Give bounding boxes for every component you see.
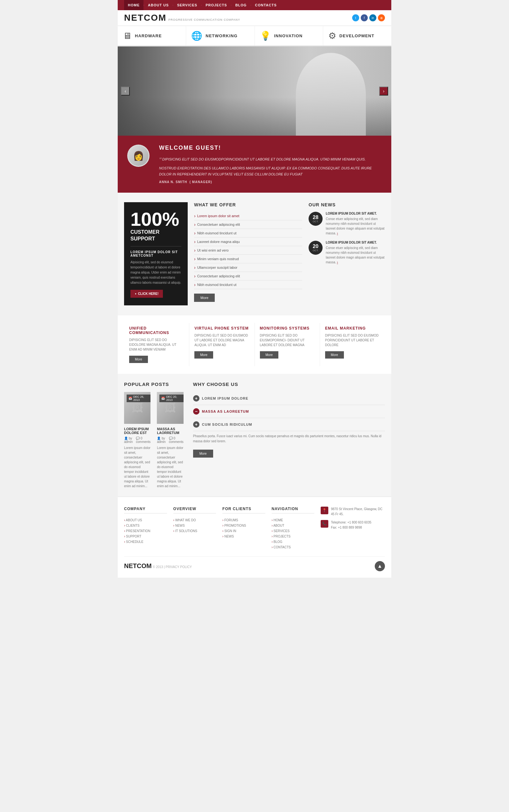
innovation-icon: 💡 [260, 31, 271, 41]
nav-item-blog[interactable]: BLOG [232, 0, 251, 10]
nav-item-services[interactable]: SERVICES [173, 0, 201, 10]
contact-phone: 📞 Telephone: +1 800 603 6035Fax: +1 800 … [321, 520, 385, 530]
post-date: DEC 26, 2013 [133, 395, 148, 402]
hero-next-button[interactable]: › [379, 87, 388, 96]
main-content-area: 100% CUSTOMER SUPPORT LOREM IPSUM DOLOR … [118, 193, 391, 315]
nav-item-projects[interactable]: PROJECTS [202, 0, 231, 10]
footer-link[interactable]: HOME [272, 518, 315, 523]
offer-item[interactable]: Lorem ipsum dolor sit amet [194, 212, 302, 220]
hardware-label: HARDWARE [135, 33, 162, 38]
why-label: MASSA AS LAOREETUM [202, 409, 249, 413]
footer-link[interactable]: IT SOLUTIONS [173, 528, 216, 534]
news-item: 20 OCT. LOREM IPSUM DOLOR SIT AMET. Cons… [309, 241, 385, 264]
nav-item-home[interactable]: HOME [124, 0, 143, 10]
service-item: MONITORING SYSTEMS DIPISICING ELIT SED D… [255, 323, 320, 366]
calendar-icon: 📅 [129, 397, 132, 400]
news-link[interactable]: › [337, 260, 338, 264]
offer-item: Consectetuer adipiscing elit [194, 272, 302, 281]
footer-link[interactable]: ABOUT [272, 523, 315, 528]
service-more-button[interactable]: More [129, 356, 148, 363]
footer-link[interactable]: NEWS [223, 534, 265, 539]
footer-link[interactable]: FORUMS [223, 518, 265, 523]
hero-prev-button[interactable]: ‹ [121, 87, 130, 96]
footer-link[interactable]: SIGN IN [223, 528, 265, 534]
footer-link[interactable]: PROMOTIONS [223, 523, 265, 528]
footer-link[interactable]: SERVICES [272, 528, 315, 534]
offer-item: Consectetuer adipiscing elit [194, 220, 302, 229]
top-navigation[interactable]: HOME•ABOUT US•SERVICES•PROJECTS•BLOG•CON… [118, 0, 391, 10]
post-meta: 👤 by admin 💬 0 comments [124, 437, 150, 444]
footer-column: NAVIGATIONHOMEABOUTSERVICESPROJECTSBLOGC… [272, 507, 315, 550]
site-footer: COMPANYABOUT USCLIENTSPRESENTATIONSUPPOR… [118, 496, 391, 577]
post-author: 👤 by admin [124, 437, 133, 444]
post-image: 📅 DEC 26, 2013 🖼 [124, 392, 150, 424]
news-title-item: LOREM IPSUM DOLOR SIT AMET. [326, 241, 385, 244]
why-item[interactable]: + LOREM IPSUM DOLORE [193, 392, 385, 405]
feature-development[interactable]: ⚙ DEVELOPMENT [323, 26, 391, 45]
why-more-button[interactable]: More [193, 449, 213, 458]
footer-link[interactable]: SCHEDULE [124, 539, 167, 544]
offer-more-button[interactable]: More [194, 293, 215, 302]
calendar-icon: 📅 [161, 397, 165, 400]
footer-link[interactable]: PRESENTATION [124, 528, 167, 534]
offer-item: Ut wisi enim ad vero [194, 246, 302, 255]
why-desc: Phasellus porta. Fusce iuact varius mi. … [193, 431, 385, 446]
networking-icon: 🌐 [191, 31, 202, 41]
feature-innovation[interactable]: 💡 INNOVATION [255, 26, 323, 45]
click-here-button[interactable]: CLICK HERE! [130, 290, 163, 298]
service-item: VIRTUAL PHONE SYSTEM DIPISICING ELIT SED… [189, 323, 254, 366]
feature-bar: 🖥 HARDWARE 🌐 NETWORKING 💡 INNOVATION ⚙ D… [118, 26, 391, 46]
offer-item: Laoreet dolore magna aliqu [194, 238, 302, 246]
post-date: DEC 20, 2013 [166, 395, 181, 402]
offer-link[interactable]: Lorem ipsum dolor sit amet [197, 214, 240, 218]
why-label: LOREM IPSUM DOLORE [202, 397, 248, 400]
news-month: OCT. [313, 220, 318, 223]
why-heading: WHY CHOOSE US [193, 381, 385, 387]
news-items: 28 OCT. LOREM IPSUM DOLOR SIT AMET. Cons… [309, 212, 385, 264]
feature-hardware[interactable]: 🖥 HARDWARE [118, 26, 186, 45]
footer-link[interactable]: WHAT WE DO [173, 518, 216, 523]
nav-item-about-us[interactable]: ABOUT US [144, 0, 172, 10]
facebook-icon[interactable]: f [361, 14, 368, 21]
why-label: CUM SOCILIS RIDICULUM [202, 423, 252, 426]
post-title: MASSA AS LAORRETUM [157, 427, 183, 435]
service-text: DIPISICING ELIT SED DO EIUSMOD UT LABORE… [194, 333, 249, 347]
footer-link[interactable]: CLIENTS [124, 523, 167, 528]
welcome-avatar: 👩 [127, 145, 149, 167]
offer-item: Ullamcorper suscipit labor [194, 263, 302, 272]
linkedin-icon[interactable]: in [369, 14, 376, 21]
welcome-heading: WELCOME GUEST! [159, 145, 382, 151]
news-text: Conse etuer adipiscing elit, sed diam no… [326, 217, 385, 236]
location-icon: 📍 [321, 507, 328, 514]
footer-link[interactable]: CONTACTS [272, 544, 315, 550]
hero-person [296, 53, 366, 136]
nav-item-contacts[interactable]: CONTACTS [251, 0, 280, 10]
footer-link[interactable]: SUPPORT [124, 534, 167, 539]
footer-link[interactable]: BLOG [272, 539, 315, 544]
what-we-offer-section: WHAT WE OFFER Lorem ipsum dolor sit amet… [194, 202, 302, 305]
why-item[interactable]: + CUM SOCILIS RIDICULUM [193, 418, 385, 431]
footer-columns: COMPANYABOUT USCLIENTSPRESENTATIONSUPPOR… [124, 507, 385, 550]
post-excerpt: Lorem ipsum dolor sit amet, consectetuer… [157, 445, 183, 489]
post-title: LOREM IPSUM DOLORE EST [124, 427, 150, 435]
service-more-button[interactable]: More [260, 351, 279, 358]
footer-link[interactable]: ABOUT US [124, 518, 167, 523]
logo-text: NETCOM [124, 13, 166, 23]
why-item[interactable]: − MASSA AS LAOREETUM [193, 405, 385, 418]
offer-item: Nibh euismod tincidunt ut [194, 281, 302, 289]
support-box: 100% CUSTOMER SUPPORT LOREM IPSUM DOLOR … [124, 202, 188, 305]
news-link[interactable]: › [337, 231, 338, 235]
twitter-icon[interactable]: t [352, 14, 359, 21]
news-item: 28 OCT. LOREM IPSUM DOLOR SIT AMET. Cons… [309, 212, 385, 236]
service-more-button[interactable]: More [325, 351, 344, 358]
address-text: 9870 St Vincent Place, Glasgow, DC 45 Fr… [331, 507, 385, 517]
footer-link[interactable]: NEWS [173, 523, 216, 528]
back-to-top-button[interactable]: ▲ [375, 561, 385, 571]
post-card: 📅 DEC 20, 2013 🖼 MASSA AS LAORRETUM 👤 by… [157, 392, 183, 489]
logo: NETCOM PROGRESSIVE COMMUNICATION COMPANY [124, 13, 240, 23]
rss-icon[interactable]: ⊕ [378, 14, 385, 21]
footer-link[interactable]: PROJECTS [272, 534, 315, 539]
feature-networking[interactable]: 🌐 NETWORKING [186, 26, 254, 45]
service-more-button[interactable]: More [194, 351, 213, 358]
footer-column: OVERVIEWWHAT WE DONEWSIT SOLUTIONS [173, 507, 216, 550]
